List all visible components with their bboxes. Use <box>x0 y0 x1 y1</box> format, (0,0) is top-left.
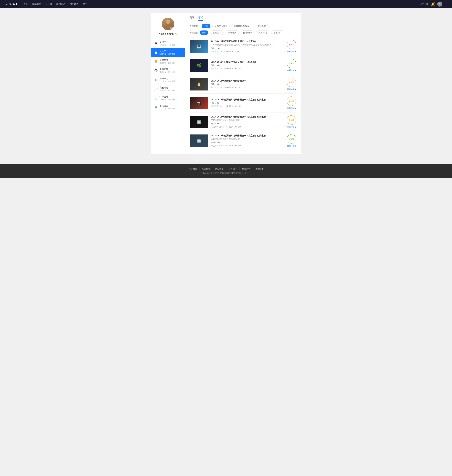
honor-title: 证书荣誉 <box>160 59 175 62</box>
exam-title-3: 2017–2018年行测证件考试全国统一 <box>211 80 283 82</box>
filter-type-paid[interactable]: 付费批卷(6) <box>253 24 268 28</box>
sidebar-avatar: 🏅 <box>162 18 174 30</box>
nav-qa[interactable]: 问答社区 <box>70 2 78 6</box>
content-card: 🏅 Natalie Smith ✏️ 📅 课程中心 精彩课程，不容错过 📋 <box>151 13 301 154</box>
settings-subtitle: 个人信息，一键管理 <box>160 108 175 110</box>
exam-status-5: 待批阅 查看详情 ❯ <box>286 115 297 128</box>
footer-link-partner[interactable]: 合作伙伴 <box>226 167 239 170</box>
filter-type-all[interactable]: 全部 <box>202 24 211 28</box>
app-download-button[interactable]: APP下载 <box>420 3 428 6</box>
exam-stamp-3: 待考试 <box>287 78 296 87</box>
msg-subtitle: 消息通知，及时了解 <box>160 89 175 92</box>
exam-thumb-5: 🏢 <box>190 116 208 128</box>
exam-thumb-2: 🌿 <box>190 59 208 72</box>
exam-info-4: 2017–2018年行测证件考试全国统一（北京卷）付费批卷 得分：25分 考试时… <box>211 98 283 108</box>
filter-status-row: 考试状态 全部 已通过(2) 未通过(2) 待考试(2) 待批阅(2) 已批阅(… <box>190 30 297 35</box>
footer-links: 关于我们 加盟代理 网站地图 合作伙伴 免责声明 招贤纳士 <box>0 167 452 170</box>
exam-desc-1: 2018年行测考试是最值得多去研究 2018年行测考试是最值得多去研究 2018… <box>211 43 274 46</box>
sidebar-item-order[interactable]: 📄 订单管理 订单支出，明明白白 <box>151 94 185 102</box>
exam-info-5: 2017–2018年行测证件考试全国统一（北京卷）付费批卷 2018年行测考试是… <box>211 116 283 128</box>
filter-status-pending[interactable]: 待考试(2) <box>241 30 254 35</box>
exam-detail-link-2[interactable]: 查看详情 ❯ <box>287 69 296 72</box>
table-row: 👨‍💼 2017–2018年行测证件考试全国统一 得分：99分 考试时间：201… <box>190 75 297 94</box>
account-subtitle: 个人权益，实时掌握 <box>160 80 175 82</box>
exam-status-6: 已批阅 查看详情 ❯ <box>286 134 297 147</box>
nav-home[interactable]: 首页 <box>23 2 28 6</box>
exam-title-6: 2017–2018年行测证件考试全国统一（北京卷）付费批卷 <box>211 134 283 137</box>
filter-status-all[interactable]: 全部 <box>200 30 208 35</box>
filter-status-review[interactable]: 待批阅(2) <box>256 30 269 35</box>
user-avatar[interactable]: N <box>437 2 442 7</box>
nav-bank[interactable]: 题库 <box>83 2 87 6</box>
order-title: 订单管理 <box>160 95 175 98</box>
exam-desc-5: 2018年行测考试是最值得多去研究 <box>211 119 274 122</box>
sidebar-item-qa[interactable]: 💬 学习问答 课后重温，疑难解答 <box>151 66 185 75</box>
exam-score-1: 得分：25分 <box>211 47 283 50</box>
tab-bank[interactable]: 题库 <box>190 16 194 20</box>
exam-time-1: 考试时间：2019–05–03 10:09:09 <box>211 50 283 53</box>
avatar-head <box>166 20 170 24</box>
exam-stamp-6: 已批阅 <box>287 134 296 143</box>
footer-link-agent[interactable]: 加盟代理 <box>199 167 213 170</box>
exam-title-1: 2017–2018年行测证件考试全国统一（北京卷） <box>211 40 283 43</box>
nav-open[interactable]: 公开课 <box>45 2 52 6</box>
exam-detail-link-5[interactable]: 查看详情 ❯ <box>287 126 296 128</box>
exam-info-6: 2017–2018年行测证件考试全国统一（北京卷）付费批卷 2018年行测考试是… <box>211 134 283 147</box>
sidebar-item-msg[interactable]: 💭 我的消息 消息通知，及时了解 <box>151 84 185 94</box>
sidebar-item-account[interactable]: 💎 账户中心 个人权益，实时掌握 <box>151 75 185 84</box>
exam-detail-link-4[interactable]: 查看详情 ❯ <box>287 107 296 109</box>
avatar-chevron-icon[interactable]: ▾ <box>445 3 446 5</box>
exam-detail-link-3[interactable]: 查看详情 ❯ <box>287 88 296 91</box>
footer-link-sitemap[interactable]: 网站地图 <box>213 167 226 170</box>
exam-time-5: 考试时间：2019–05–03 10：09：09 <box>211 126 283 128</box>
edit-profile-icon[interactable]: ✏️ <box>175 33 177 35</box>
sidebar-item-honor[interactable]: 🏆 证书荣誉 收获荣誉，持证上岗 <box>151 57 185 66</box>
exam-desc-6: 2018年行测考试是最值得多去研究 <box>211 138 274 140</box>
sidebar-username: Natalie Smith ✏️ <box>159 32 177 35</box>
footer-link-about[interactable]: 关于我们 <box>186 167 199 170</box>
exam-status-2: 已通过 查看详情 ❯ <box>286 59 297 72</box>
main-tabs: 题库 考试 <box>190 16 297 21</box>
exam-detail-link-1[interactable]: 查看详情 ❯ <box>287 50 296 53</box>
nav-right: APP下载 🔔 N ▾ <box>420 2 446 7</box>
order-subtitle: 订单支出，明明白白 <box>160 98 175 101</box>
exam-score-4: 得分：25分 <box>211 102 283 104</box>
table-row: 🏛️ 2017–2018年行测证件考试全国统一（北京卷）付费批卷 2018年行测… <box>190 131 297 150</box>
main-content: 题库 考试 考试类型： 全部 证书类考试(4) 随机抽题考试(5) 付费批卷(6… <box>185 13 301 154</box>
nav-more[interactable]: ··· <box>92 2 94 6</box>
filter-type-cert[interactable]: 证书类考试(4) <box>212 24 230 28</box>
exam-score-6: 得分：25分 <box>211 141 283 144</box>
settings-icon: ⚙️ <box>154 106 158 109</box>
exam-info-1: 2017–2018年行测证件考试全国统一（北京卷） 2018年行测考试是最值得多… <box>211 40 283 53</box>
course-subtitle: 精彩课程，不容错过 <box>160 44 175 46</box>
sidebar-item-course[interactable]: 📅 课程中心 精彩课程，不容错过 <box>151 39 185 48</box>
sidebar: 🏅 Natalie Smith ✏️ 📅 课程中心 精彩课程，不容错过 📋 <box>151 13 185 154</box>
exam-score-5: 得分：99分 <box>211 122 283 125</box>
filter-status-reviewed[interactable]: 已批阅(2) <box>271 30 285 35</box>
nav-discover[interactable]: 发现课程 <box>32 2 41 6</box>
qa-title: 学习问答 <box>160 68 175 71</box>
course-icon: 📅 <box>154 42 158 45</box>
exam-info-3: 2017–2018年行测证件考试全国统一 得分：99分 考试时间：2019–05… <box>211 80 283 89</box>
honor-subtitle: 收获荣誉，持证上岗 <box>160 62 175 64</box>
nav-news[interactable]: 新闻资讯 <box>56 2 65 6</box>
tab-exam[interactable]: 考试 <box>198 16 203 20</box>
exam-list: 💻 2017–2018年行测证件考试全国统一（北京卷） 2018年行测考试是最值… <box>190 37 297 150</box>
filter-type-random[interactable]: 随机抽题考试(5) <box>232 24 251 28</box>
exam-time-6: 考试时间：2019–05–03 10：09：09 <box>211 144 283 147</box>
notification-bell[interactable]: 🔔 <box>431 2 435 6</box>
exam-status-1: 未通过 查看详情 ❯ <box>286 40 297 53</box>
footer-link-jobs[interactable]: 招贤纳士 <box>253 167 266 170</box>
footer-link-disclaimer[interactable]: 免责声明 <box>239 167 253 170</box>
exam-score-3: 得分：99分 <box>211 83 283 86</box>
sidebar-item-settings[interactable]: ⚙️ 个人设置 个人信息，一键管理 <box>151 102 185 112</box>
exam-title-4: 2017–2018年行测证件考试全国统一（北京卷）付费批卷 <box>211 98 283 101</box>
filter-status-passed[interactable]: 已通过(2) <box>210 30 224 35</box>
table-row: 🌿 2017–2018年行测证件考试全国统一（北京卷） 得分：99分 考试时间：… <box>190 56 297 75</box>
filter-status-notpassed[interactable]: 未通过(2) <box>226 30 239 35</box>
bank-title: 题库中心 <box>160 50 175 53</box>
exam-detail-link-6[interactable]: 查看详情 ❯ <box>287 144 296 147</box>
sidebar-item-bank[interactable]: 📋 题库中心 海量习题，助力通关 <box>151 48 185 57</box>
account-icon: 💎 <box>154 78 158 81</box>
msg-icon: 💭 <box>154 88 158 90</box>
